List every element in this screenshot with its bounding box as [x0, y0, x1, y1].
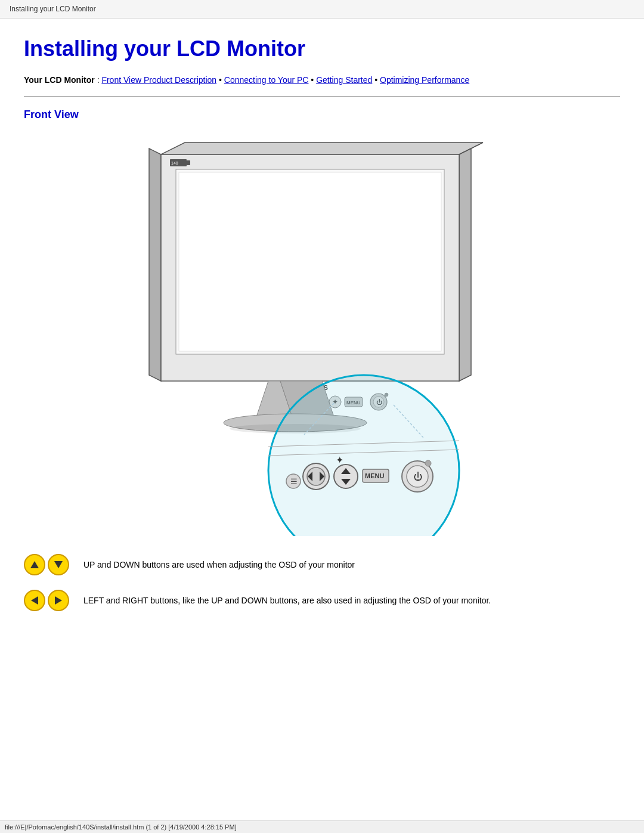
svg-marker-1 [149, 148, 161, 381]
tab-title: Installing your LCD Monitor [10, 5, 96, 13]
svg-text:MENU: MENU [365, 472, 384, 479]
svg-text:☰: ☰ [290, 477, 298, 486]
status-bar: file:///E|/Potomac/english/140S/install/… [0, 820, 644, 833]
right-arrow-icon [54, 596, 63, 605]
intro-label: Your LCD Monitor [24, 75, 95, 85]
section-divider [24, 96, 620, 97]
svg-marker-0 [161, 143, 483, 154]
legend-row-leftright: LEFT and RIGHT buttons, like the UP and … [24, 590, 620, 611]
svg-text:✦: ✦ [336, 455, 343, 465]
svg-marker-2 [459, 148, 471, 381]
leftright-buttons [24, 590, 72, 611]
svg-point-43 [425, 460, 431, 466]
bullet-2: • [311, 75, 316, 85]
svg-marker-50 [31, 596, 38, 605]
link-front-view[interactable]: Front View Product Description [101, 75, 216, 85]
svg-text:140: 140 [171, 161, 178, 165]
down-button [48, 554, 69, 575]
left-arrow-icon [30, 596, 39, 605]
legend-row-updown: UP and DOWN buttons are used when adjust… [24, 554, 620, 575]
svg-marker-49 [54, 561, 63, 568]
left-button [24, 590, 45, 611]
svg-rect-6 [179, 172, 441, 351]
svg-marker-48 [30, 561, 39, 568]
button-legend: UP and DOWN buttons are used when adjust… [24, 554, 620, 611]
link-getting-started[interactable]: Getting Started [316, 75, 372, 85]
intro-paragraph: Your LCD Monitor : Front View Product De… [24, 73, 620, 86]
bullet-1: • [219, 75, 224, 85]
up-arrow-icon [30, 560, 39, 569]
down-arrow-icon [54, 560, 63, 569]
svg-marker-51 [55, 596, 62, 605]
right-button [48, 590, 69, 611]
updown-buttons [24, 554, 72, 575]
link-optimizing[interactable]: Optimizing Performance [380, 75, 469, 85]
up-button [24, 554, 45, 575]
svg-rect-10 [187, 160, 190, 165]
bullet-3: • [374, 75, 380, 85]
link-connecting[interactable]: Connecting to Your PC [224, 75, 309, 85]
monitor-illustration: PHILIPS 140 ✦ MENU [24, 131, 620, 536]
updown-legend-text: UP and DOWN buttons are used when adjust… [83, 559, 355, 571]
front-view-heading: Front View [24, 109, 620, 121]
browser-tab: Installing your LCD Monitor [0, 0, 644, 18]
monitor-svg: PHILIPS 140 ✦ MENU [137, 131, 507, 536]
page-title: Installing your LCD Monitor [24, 36, 620, 61]
leftright-legend-text: LEFT and RIGHT buttons, like the UP and … [83, 594, 491, 607]
status-bar-text: file:///E|/Potomac/english/140S/install/… [5, 823, 237, 831]
svg-text:⏻: ⏻ [413, 472, 423, 482]
